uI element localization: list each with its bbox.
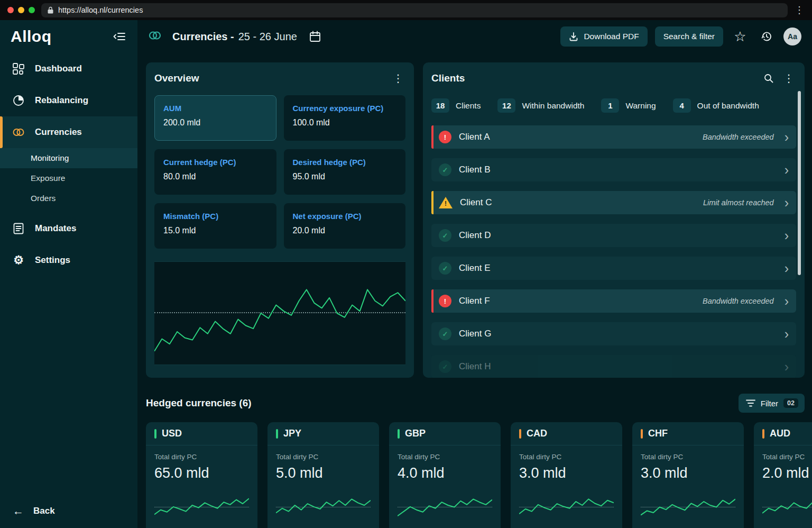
clients-menu-icon[interactable]: ⋮ — [781, 72, 796, 85]
stat-value: 80.0 mld — [163, 172, 267, 181]
currency-card-jpy[interactable]: JPY Total dirty PC 5.0 mld 0.22% — [267, 422, 379, 528]
currency-card-usd[interactable]: USD Total dirty PC 65.0 mld 0.25% — [146, 422, 257, 528]
client-row-b[interactable]: ✓ Client B › — [431, 158, 796, 181]
client-row-h[interactable]: ✓ Client H › — [431, 355, 796, 378]
client-row-a[interactable]: ! Client A Bandwidth exceeded › — [431, 125, 796, 149]
sidebar-item-mandates[interactable]: Mandates — [0, 213, 137, 244]
page-title-date: 25 - 26 June — [238, 31, 297, 43]
avatar[interactable]: Aa — [783, 28, 801, 45]
download-pdf-button[interactable]: Download PDF — [560, 26, 647, 47]
clients-scrollbar[interactable] — [798, 91, 801, 275]
sidebar-nav: Dashboard Rebalancing Currencies Monitor… — [0, 53, 137, 276]
stat-card-mismatch[interactable]: Mismatch (PC) 15.0 mld — [154, 203, 276, 249]
clients-search-button[interactable] — [763, 73, 774, 84]
top-panels: Overview ⋮ AUM 200.0 mld Currency exposu… — [146, 62, 805, 378]
currency-card-body: Total dirty PC 5.0 mld 0.22% — [267, 445, 379, 528]
back-button[interactable]: ← Back — [0, 494, 137, 528]
client-list: ! Client A Bandwidth exceeded › ✓ Client… — [431, 125, 796, 378]
sidebar-subitem-exposure[interactable]: Exposure — [0, 168, 137, 188]
warning-icon: ! — [439, 197, 453, 208]
client-name: Client F — [459, 296, 490, 306]
check-icon: ✓ — [439, 163, 451, 176]
zoom-window-button[interactable] — [29, 7, 35, 13]
gear-icon: ⚙ — [12, 254, 25, 266]
sidebar-collapse-button[interactable] — [113, 32, 126, 41]
lock-icon — [48, 6, 53, 14]
currency-card-chf[interactable]: CHF Total dirty PC 3.0 mld 0.57% — [632, 422, 744, 528]
client-name: Client B — [459, 165, 491, 175]
chevron-right-icon: › — [785, 361, 789, 372]
sidebar-item-currencies[interactable]: Currencies — [0, 116, 137, 148]
browser-menu-icon[interactable]: ⋮ — [794, 4, 805, 16]
currency-code: AUD — [770, 428, 790, 439]
client-row-e[interactable]: ✓ Client E › — [431, 257, 796, 280]
stat-label: Within bandwidth — [522, 101, 584, 111]
chevron-right-icon: › — [785, 132, 789, 142]
client-row-g[interactable]: ✓ Client G › — [431, 322, 796, 345]
sidebar-subitem-monitoring[interactable]: Monitoring — [0, 148, 137, 168]
currency-card-cad[interactable]: CAD Total dirty PC 3.0 mld 1.57% — [511, 422, 622, 528]
currency-card-gbp[interactable]: GBP Total dirty PC 4.0 mld 1.00% — [389, 422, 501, 528]
currency-code: USD — [162, 428, 182, 439]
stat-label: AUM — [163, 104, 267, 113]
mandates-icon — [12, 223, 25, 234]
stat-warning: 1 Warning — [601, 98, 656, 113]
minimize-window-button[interactable] — [18, 7, 24, 13]
history-button[interactable] — [757, 27, 776, 46]
metric-label: Total dirty PC — [641, 453, 735, 461]
metric-value: 4.0 mld — [398, 465, 492, 481]
currency-card-header: CAD — [511, 422, 622, 445]
client-row-f[interactable]: ! Client F Bandwidth exceeded › — [431, 289, 796, 313]
stat-card-aum[interactable]: AUM 200.0 mld — [154, 95, 276, 141]
main-area: Currencies - 25 - 26 June Download PDF S… — [137, 20, 812, 528]
metric-value: 3.0 mld — [519, 465, 614, 481]
metric-label: Total dirty PC — [276, 453, 371, 461]
url-bar[interactable]: https://alloq.nl/currencies — [41, 3, 788, 17]
sparkline-svg — [276, 490, 371, 521]
overview-panel: Overview ⋮ AUM 200.0 mld Currency exposu… — [146, 62, 414, 378]
row-right: › — [785, 263, 789, 274]
clients-panel: Clients ⋮ 18 Clients — [423, 62, 805, 378]
filter-label: Filter — [761, 399, 778, 408]
client-row-d[interactable]: ✓ Client D › — [431, 224, 796, 247]
chevron-right-icon: › — [785, 230, 789, 241]
sidebar-subitem-orders[interactable]: Orders — [0, 188, 137, 208]
metric-value: 3.0 mld — [641, 465, 735, 481]
stat-value: 20.0 mld — [293, 226, 397, 235]
sidebar-item-settings[interactable]: ⚙ Settings — [0, 244, 137, 276]
page-header: Currencies - 25 - 26 June Download PDF S… — [137, 20, 812, 53]
client-name: Client C — [460, 197, 492, 208]
client-row-c[interactable]: ! Client C Limit almost reached › — [431, 191, 796, 214]
client-name: Client A — [459, 132, 490, 142]
line-chart-svg — [154, 262, 405, 365]
chevron-right-icon: › — [785, 165, 789, 175]
search-filter-button[interactable]: Search & filter — [655, 26, 723, 47]
client-name: Client H — [459, 361, 491, 372]
stat-card-desired-hedge[interactable]: Desired hedge (PC) 95.0 mld — [284, 149, 406, 195]
sidebar-subitem-label: Exposure — [31, 174, 65, 183]
close-window-button[interactable] — [7, 7, 14, 13]
row-right: Limit almost reached › — [703, 197, 789, 208]
sidebar-item-dashboard[interactable]: Dashboard — [0, 53, 137, 85]
stat-label: Out of bandwidth — [697, 101, 759, 111]
favorite-button[interactable]: ☆ — [731, 27, 750, 46]
filter-button[interactable]: Filter 02 — [739, 394, 805, 413]
alert-icon: ! — [439, 131, 451, 143]
sidebar-item-label: Mandates — [35, 223, 76, 234]
row-right: Bandwidth exceeded › — [703, 296, 789, 306]
client-status-note: Limit almost reached — [703, 198, 774, 207]
star-icon: ☆ — [734, 30, 746, 43]
avatar-initials: Aa — [788, 32, 797, 41]
overview-menu-icon[interactable]: ⋮ — [391, 72, 405, 85]
rebalancing-icon — [12, 95, 25, 106]
currency-card-aud[interactable]: AUD Total dirty PC 2.0 mld 0.57% — [754, 422, 812, 528]
calendar-button[interactable] — [309, 30, 321, 43]
sidebar-item-label: Dashboard — [35, 63, 82, 74]
stat-card-currency-exposure[interactable]: Currency exposure (PC) 100.0 mld — [284, 95, 406, 141]
stat-card-net-exposure[interactable]: Net exposure (PC) 20.0 mld — [284, 203, 406, 249]
accent-bar — [398, 429, 400, 439]
app-window: Alloq Dashboard — [0, 20, 812, 528]
clients-stats-row: 18 Clients 12 Within bandwidth 1 Warning — [431, 98, 796, 113]
sidebar-item-rebalancing[interactable]: Rebalancing — [0, 85, 137, 116]
stat-card-current-hedge[interactable]: Current hedge (PC) 80.0 mld — [154, 149, 276, 195]
